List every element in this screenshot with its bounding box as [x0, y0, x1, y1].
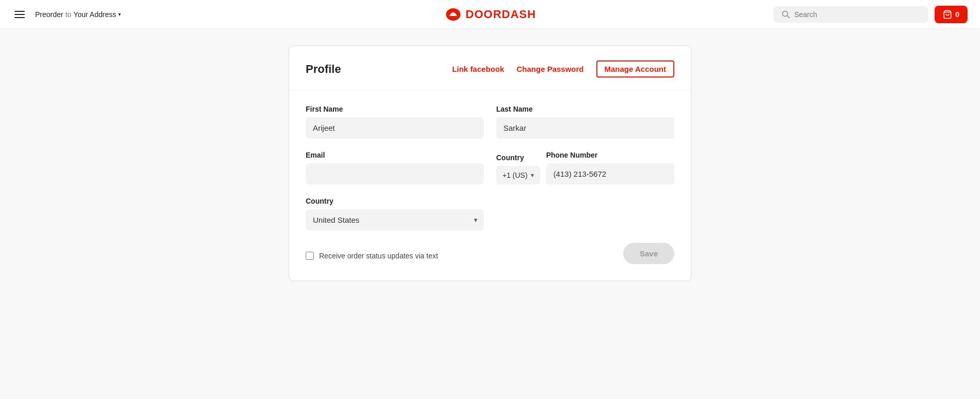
name-row: First Name Last Name [306, 105, 674, 139]
doordash-logo-icon [444, 7, 463, 22]
empty-group [496, 197, 674, 231]
country-code-dropdown[interactable]: +1 (US) ▾ [496, 166, 540, 185]
email-input[interactable] [306, 163, 484, 185]
header-right: 0 [773, 6, 968, 23]
country-group: Country United States Canada ▾ [306, 197, 484, 231]
logo-text: DOORDASH [466, 8, 536, 21]
search-icon [782, 10, 790, 19]
save-button[interactable]: Save [623, 243, 674, 264]
hamburger-button[interactable] [12, 9, 27, 20]
profile-title: Profile [306, 63, 341, 76]
logo[interactable]: DOORDASH [444, 7, 536, 22]
profile-header: Profile Link facebook Change Password Ma… [289, 46, 691, 90]
first-name-group: First Name [306, 105, 484, 139]
country-code-label: Country [496, 154, 540, 162]
cart-icon [943, 10, 952, 19]
first-name-label: First Name [306, 105, 484, 113]
country-select-wrapper[interactable]: United States Canada ▾ [306, 209, 484, 231]
header: Preorder to Your Address ▾ DOORDASH [0, 0, 980, 29]
email-phone-row: Email Country +1 (US) ▾ Phone N [306, 151, 674, 185]
sms-checkbox-row: Receive order status updates via text [306, 252, 438, 260]
last-name-group: Last Name [496, 105, 674, 139]
address-label: Your Address [73, 10, 116, 19]
main-content: Profile Link facebook Change Password Ma… [0, 29, 980, 298]
svg-line-1 [787, 16, 789, 18]
manage-account-button[interactable]: Manage Account [596, 60, 674, 78]
country-select[interactable]: United States Canada [313, 209, 477, 231]
profile-card: Profile Link facebook Change Password Ma… [289, 45, 691, 281]
profile-form: First Name Last Name Email Countr [289, 90, 691, 264]
last-name-input[interactable] [496, 117, 674, 139]
search-bar[interactable] [773, 6, 928, 23]
email-group: Email [306, 151, 484, 185]
phone-group: Country +1 (US) ▾ Phone Number [496, 151, 674, 185]
cart-button[interactable]: 0 [935, 6, 968, 23]
change-password-button[interactable]: Change Password [516, 65, 583, 73]
header-left: Preorder to Your Address ▾ [12, 9, 121, 20]
search-input[interactable] [794, 10, 920, 19]
email-label: Email [306, 151, 484, 159]
profile-actions: Link facebook Change Password Manage Acc… [452, 60, 674, 78]
phone-label: Phone Number [546, 151, 674, 159]
country-code-value: +1 (US) [502, 171, 528, 179]
sms-checkbox-label: Receive order status updates via text [319, 252, 438, 260]
preorder-address[interactable]: Preorder to Your Address ▾ [35, 10, 121, 19]
first-name-input[interactable] [306, 117, 484, 139]
phone-input[interactable] [546, 163, 674, 185]
country-row: Country United States Canada ▾ [306, 197, 674, 231]
preorder-label: Preorder [35, 10, 63, 19]
preorder-to: to [65, 10, 71, 19]
last-name-label: Last Name [496, 105, 674, 113]
link-facebook-button[interactable]: Link facebook [452, 65, 504, 73]
chevron-down-icon: ▾ [531, 172, 534, 179]
cart-count: 0 [955, 10, 959, 19]
chevron-down-icon: ▾ [118, 11, 121, 17]
sms-checkbox[interactable] [306, 252, 314, 260]
country-field-label: Country [306, 197, 484, 205]
